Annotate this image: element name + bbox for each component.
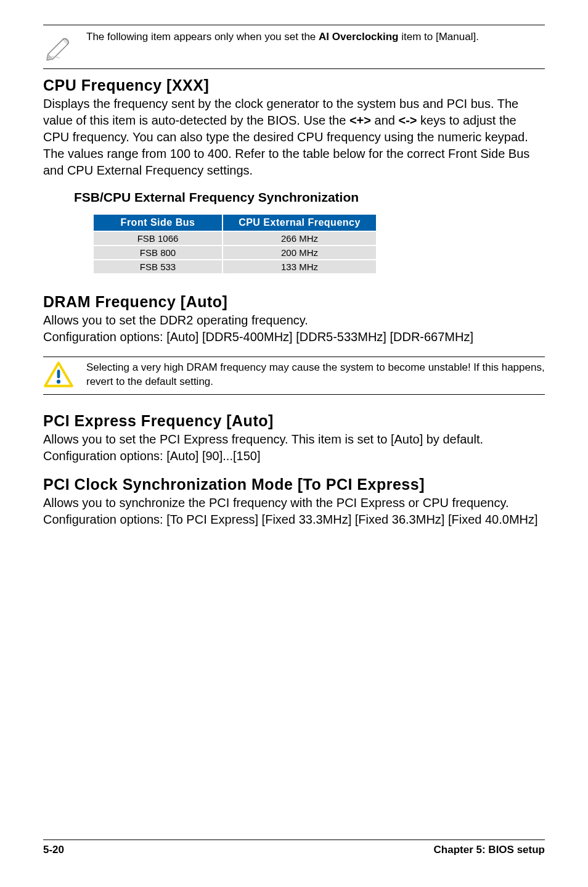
cell-fsb: FSB 533 xyxy=(93,260,223,274)
note-post: item to [Manual]. xyxy=(398,31,478,43)
table-heading: FSB/CPU External Frequency Synchronizati… xyxy=(74,190,545,205)
table-row: FSB 533 133 MHz xyxy=(93,260,377,274)
cell-freq: 200 MHz xyxy=(223,245,377,260)
sec1-title: CPU Frequency [XXX] xyxy=(43,76,545,94)
footer-page: 5-20 xyxy=(43,844,64,856)
col-fsb: Front Side Bus xyxy=(93,214,223,231)
sec1-body: Displays the frequency sent by the clock… xyxy=(43,96,545,179)
cell-freq: 133 MHz xyxy=(223,260,377,274)
caution-text: Selecting a very high DRAM frequency may… xyxy=(86,361,545,389)
col-cpuext: CPU External Frequency xyxy=(223,214,377,231)
sec4-body: Allows you to synchronize the PCI freque… xyxy=(43,495,545,528)
cell-freq: 266 MHz xyxy=(223,231,377,245)
fsb-table: Front Side Bus CPU External Frequency FS… xyxy=(92,213,377,274)
svg-point-2 xyxy=(57,380,60,384)
cell-fsb: FSB 800 xyxy=(93,245,223,260)
note-text: The following item appears only when you… xyxy=(86,30,479,44)
svg-rect-1 xyxy=(57,369,60,378)
note-callout: The following item appears only when you… xyxy=(43,25,545,69)
sec2-body: Allows you to set the DDR2 operating fre… xyxy=(43,312,545,345)
sec4-title: PCI Clock Synchronization Mode [To PCI E… xyxy=(43,476,545,493)
cell-fsb: FSB 1066 xyxy=(93,231,223,245)
table-row: FSB 800 200 MHz xyxy=(93,245,377,260)
sec1-body-mid: and xyxy=(371,113,398,127)
table-header-row: Front Side Bus CPU External Frequency xyxy=(93,214,377,231)
sec2-title: DRAM Frequency [Auto] xyxy=(43,293,545,311)
footer-chapter: Chapter 5: BIOS setup xyxy=(434,844,545,856)
sec1-kb1: <+> xyxy=(349,113,371,127)
pencil-icon xyxy=(43,30,74,64)
sec3-body: Allows you to set the PCI Express freque… xyxy=(43,431,545,464)
page-footer: 5-20 Chapter 5: BIOS setup xyxy=(43,840,545,856)
caution-icon xyxy=(43,361,74,390)
sec1-kb2: <-> xyxy=(398,113,417,127)
note-pre: The following item appears only when you… xyxy=(86,31,319,43)
table-row: FSB 1066 266 MHz xyxy=(93,231,377,245)
caution-callout: Selecting a very high DRAM frequency may… xyxy=(43,357,545,395)
note-bold: AI Overclocking xyxy=(319,31,398,43)
sec3-title: PCI Express Frequency [Auto] xyxy=(43,412,545,430)
